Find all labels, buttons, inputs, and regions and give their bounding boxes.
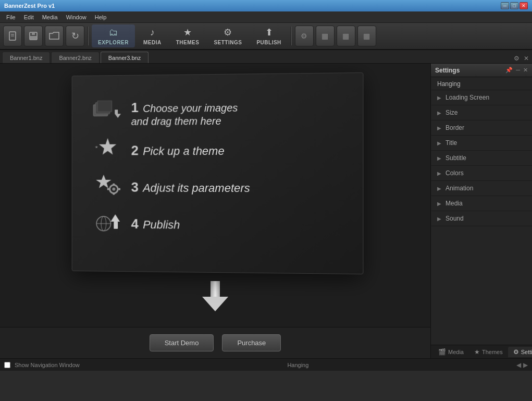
settings-media[interactable]: ▶ Media <box>431 196 532 211</box>
step-2-text: 2 Pick up a theme <box>131 142 225 159</box>
colors-arrow: ▶ <box>437 171 441 176</box>
svg-marker-11 <box>99 138 116 155</box>
svg-marker-9 <box>95 146 98 149</box>
refresh-icon: ↻ <box>71 30 79 42</box>
toolbar-separator-1 <box>88 27 89 45</box>
tab-close-icon[interactable]: ✕ <box>523 54 530 63</box>
panel-minimize-icon[interactable]: ─ <box>516 67 520 74</box>
extra-icon-4: ▦ <box>363 32 370 40</box>
purchase-button[interactable]: Purchase <box>222 334 281 351</box>
subtitle-arrow: ▶ <box>437 155 441 161</box>
app-title: BannerZest Pro v1 <box>4 3 55 9</box>
media-icon: ♪ <box>150 27 155 38</box>
canvas-area: 1 Choose your images and drag them here <box>0 64 430 327</box>
tab-banner2[interactable]: Banner2.bnz <box>51 52 99 63</box>
step-1-row: 1 Choose your images and drag them here <box>92 99 238 128</box>
bottom-action-bar: Start Demo Purchase <box>0 327 430 358</box>
arrow-head <box>202 297 228 311</box>
settings-animation[interactable]: ▶ Animation <box>431 181 532 196</box>
star-gear-icon <box>92 174 123 197</box>
tab-controls: ⚙ ✕ <box>513 54 530 63</box>
main-area: 1 Choose your images and drag them here <box>0 64 532 358</box>
new-button[interactable] <box>3 26 22 46</box>
media-settings-arrow: ▶ <box>437 201 441 206</box>
status-left: Show Navigation Window <box>4 362 80 368</box>
publish-icon: ⬆ <box>265 27 273 38</box>
toolbar-separator-2 <box>291 27 292 45</box>
settings-size[interactable]: ▶ Size <box>431 105 532 120</box>
panel-controls: 📌 ─ ✕ <box>505 67 528 74</box>
settings-subtitle[interactable]: ▶ Subtitle <box>431 151 532 166</box>
menu-file[interactable]: File <box>2 13 20 21</box>
settings-border[interactable]: ▶ Border <box>431 120 532 136</box>
svg-rect-18 <box>118 188 120 190</box>
explorer-nav-button[interactable]: 🗂 EXPLORER <box>92 25 135 47</box>
close-button[interactable]: ✕ <box>519 2 528 9</box>
settings-colors[interactable]: ▶ Colors <box>431 166 532 181</box>
settings-gear-icon: ⚙ <box>224 27 232 38</box>
svg-rect-5 <box>30 36 36 39</box>
svg-rect-15 <box>113 184 115 186</box>
status-location: Hanging <box>287 362 308 368</box>
maximize-button[interactable]: □ <box>510 2 518 9</box>
themes-icon: ★ <box>183 27 192 38</box>
down-arrow <box>202 281 228 311</box>
tabs-bar: Banner1.bnz Banner2.bnz Banner3.bnz ⚙ ✕ <box>0 50 532 64</box>
open-button[interactable] <box>45 26 64 46</box>
title-bar: BannerZest Pro v1 ─ □ ✕ <box>0 0 532 11</box>
sound-arrow: ▶ <box>437 216 441 222</box>
menu-window[interactable]: Window <box>62 13 91 21</box>
extra-btn-1[interactable]: ⚙ <box>295 26 314 46</box>
publish-nav-button[interactable]: ⬆ PUBLISH <box>250 25 287 47</box>
themes-nav-button[interactable]: ★ THEMES <box>170 25 206 47</box>
svg-rect-17 <box>107 188 109 190</box>
menu-help[interactable]: Help <box>91 13 111 21</box>
menu-media[interactable]: Media <box>38 13 62 21</box>
media-nav-button[interactable]: ♪ MEDIA <box>137 25 168 47</box>
save-button[interactable] <box>24 26 43 46</box>
star-icon <box>92 137 123 160</box>
prev-arrow[interactable]: ◀ <box>516 361 521 369</box>
step-4-row: 4 Publish <box>92 210 180 238</box>
right-panel: Settings 📌 ─ ✕ Hanging ▶ Loading Screen … <box>430 64 532 358</box>
svg-marker-23 <box>110 214 120 222</box>
bottom-themes-icon: ★ <box>474 348 480 356</box>
panel-title: Settings <box>435 67 460 74</box>
settings-loading-screen[interactable]: ▶ Loading Screen <box>431 90 532 105</box>
menu-edit[interactable]: Edit <box>20 13 38 21</box>
tab-banner3[interactable]: Banner3.bnz <box>101 52 149 63</box>
settings-title[interactable]: ▶ Title <box>431 136 532 151</box>
loading-screen-arrow: ▶ <box>437 95 441 101</box>
bottom-media-icon: 🎬 <box>438 348 446 356</box>
svg-rect-22 <box>114 222 118 229</box>
settings-sound[interactable]: ▶ Sound <box>431 211 532 226</box>
refresh-button[interactable]: ↻ <box>66 26 84 46</box>
tab-banner1[interactable]: Banner1.bnz <box>2 52 50 63</box>
svg-point-14 <box>112 188 115 191</box>
extra-btn-4[interactable]: ▦ <box>357 26 376 46</box>
extra-btn-3[interactable]: ▦ <box>337 26 355 46</box>
next-arrow[interactable]: ▶ <box>523 361 528 369</box>
explorer-icon: 🗂 <box>109 27 118 38</box>
bottom-tab-themes[interactable]: ★ Themes <box>469 347 508 357</box>
show-navigation-checkbox[interactable] <box>4 362 10 368</box>
step-4-icon <box>92 210 123 238</box>
menu-bar: File Edit Media Window Help <box>0 11 532 23</box>
extra-btn-2[interactable]: ▦ <box>316 26 335 46</box>
start-demo-button[interactable]: Start Demo <box>150 334 214 351</box>
minimize-button[interactable]: ─ <box>501 2 509 9</box>
bottom-tab-media[interactable]: 🎬 Media <box>433 347 469 357</box>
bottom-tab-settings[interactable]: ⚙ Settings <box>508 347 532 357</box>
settings-nav-button[interactable]: ⚙ SETTINGS <box>207 25 248 47</box>
panel-spacer <box>431 226 532 345</box>
bottom-settings-icon: ⚙ <box>513 348 519 356</box>
step-2-row: 2 Pick up a theme <box>92 137 224 164</box>
panel-pin-icon[interactable]: 📌 <box>505 67 513 74</box>
panel-close-icon[interactable]: ✕ <box>523 67 528 74</box>
extra-icon-2: ▦ <box>321 32 328 40</box>
tab-settings-icon[interactable]: ⚙ <box>513 54 521 63</box>
new-icon <box>7 31 18 41</box>
border-arrow: ▶ <box>437 125 441 131</box>
step-1-icon <box>92 100 123 128</box>
svg-rect-4 <box>32 32 35 35</box>
